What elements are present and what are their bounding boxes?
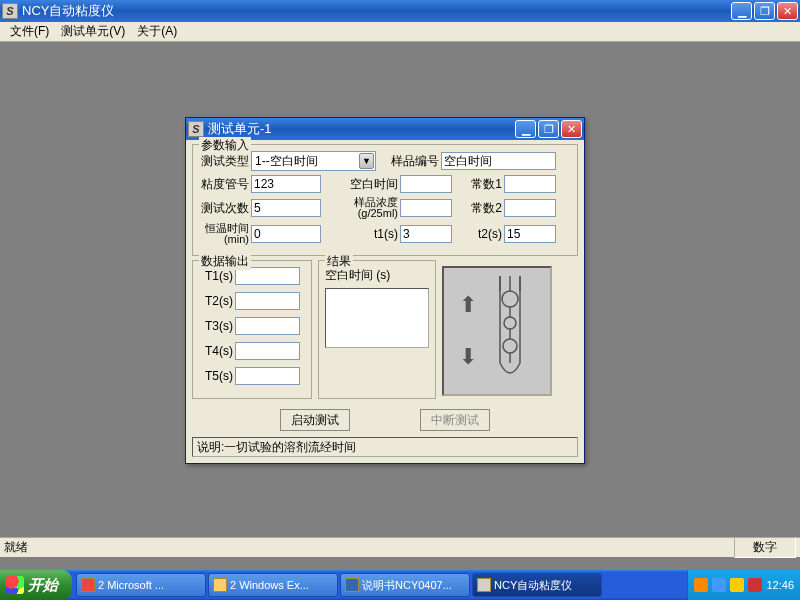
main-title: NCY自动粘度仪 <box>22 2 731 20</box>
taskbar-item-active[interactable]: NCY自动粘度仪 <box>472 573 602 597</box>
result-title: 结果 <box>325 253 353 270</box>
app-icon: S <box>2 3 18 19</box>
t4-output[interactable] <box>235 342 300 360</box>
arrow-up-icon: ⬆ <box>459 294 477 316</box>
maximize-button[interactable]: ❐ <box>754 2 775 20</box>
test-type-select[interactable]: 1--空白时间 ▼ <box>251 151 376 171</box>
mdi-area: S 测试单元-1 ▁ ❐ ✕ 参数输入 测试类型 1--空白时间 ▼ <box>0 42 800 537</box>
svg-point-2 <box>503 339 517 353</box>
taskbar-item[interactable]: 2 Microsoft ... <box>76 573 206 597</box>
dialog-title: 测试单元-1 <box>208 120 515 138</box>
dialog-close-button[interactable]: ✕ <box>561 120 582 138</box>
viscometer-diagram: ⬆ ⬇ <box>442 266 552 396</box>
params-group: 参数输入 测试类型 1--空白时间 ▼ 样品编号 粘度管号 空白时间 <box>192 144 578 256</box>
system-tray[interactable]: 12:46 <box>687 570 800 600</box>
t5-output[interactable] <box>235 367 300 385</box>
arrow-down-icon: ⬇ <box>459 346 477 368</box>
svg-point-0 <box>502 291 518 307</box>
sample-no-input[interactable] <box>441 152 556 170</box>
data-output-group: 数据输出 T1(s) T2(s) T3(s) T4(s) T5(s) <box>192 260 312 399</box>
explain-text: 一切试验的溶剂流经时间 <box>224 439 356 456</box>
menu-bar: 文件(F) 测试单元(V) 关于(A) <box>0 22 800 42</box>
label-sample-no: 样品编号 <box>384 153 439 170</box>
t2s-input[interactable] <box>504 225 556 243</box>
menu-file[interactable]: 文件(F) <box>4 21 55 42</box>
app-icon <box>81 578 95 592</box>
label-t5: T5(s) <box>199 369 233 383</box>
status-ready: 就绪 <box>4 539 28 556</box>
label-t1: T1(s) <box>199 269 233 283</box>
result-box <box>325 288 429 348</box>
t3-output[interactable] <box>235 317 300 335</box>
svg-point-1 <box>504 317 516 329</box>
label-const2: 常数2 <box>460 200 502 217</box>
word-icon <box>345 578 359 592</box>
blank-time-input[interactable] <box>400 175 452 193</box>
const1-input[interactable] <box>504 175 556 193</box>
chevron-down-icon[interactable]: ▼ <box>359 153 374 169</box>
label-temp-time: 恒温时间(min) <box>199 223 249 245</box>
start-label: 开始 <box>28 576 58 595</box>
dialog-maximize-button[interactable]: ❐ <box>538 120 559 138</box>
label-t1s: t1(s) <box>323 227 398 241</box>
tray-icon[interactable] <box>730 578 744 592</box>
test-unit-dialog: S 测试单元-1 ▁ ❐ ✕ 参数输入 测试类型 1--空白时间 ▼ <box>185 117 585 464</box>
windows-logo-icon <box>6 576 24 594</box>
label-t3: T3(s) <box>199 319 233 333</box>
app-status-bar: 就绪 数字 <box>0 537 800 557</box>
data-output-title: 数据输出 <box>199 253 251 270</box>
taskbar-item[interactable]: 2 Windows Ex... <box>208 573 338 597</box>
label-sample-conc: 样品浓度(g/25ml) <box>323 197 398 219</box>
test-type-value: 1--空白时间 <box>255 153 318 170</box>
params-group-title: 参数输入 <box>199 137 251 154</box>
clock[interactable]: 12:46 <box>766 579 794 591</box>
sample-conc-input[interactable] <box>400 199 452 217</box>
taskbar: 开始 2 Microsoft ... 2 Windows Ex... 说明书NC… <box>0 570 800 600</box>
tray-icon[interactable] <box>748 578 762 592</box>
t2-output[interactable] <box>235 292 300 310</box>
test-count-input[interactable] <box>251 199 321 217</box>
dialog-minimize-button[interactable]: ▁ <box>515 120 536 138</box>
label-t2: T2(s) <box>199 294 233 308</box>
label-blank-time: 空白时间 <box>323 176 398 193</box>
label-test-type: 测试类型 <box>199 153 249 170</box>
app-icon <box>477 578 491 592</box>
folder-icon <box>213 578 227 592</box>
tray-icon[interactable] <box>712 578 726 592</box>
label-test-count: 测试次数 <box>199 200 249 217</box>
main-window: S NCY自动粘度仪 ▁ ❐ ✕ 文件(F) 测试单元(V) 关于(A) S 测… <box>0 0 800 557</box>
main-titlebar[interactable]: S NCY自动粘度仪 ▁ ❐ ✕ <box>0 0 800 22</box>
temp-time-input[interactable] <box>251 225 321 243</box>
t1s-input[interactable] <box>400 225 452 243</box>
result-group: 结果 空白时间 (s) <box>318 260 436 399</box>
label-t4: T4(s) <box>199 344 233 358</box>
taskbar-item[interactable]: 说明书NCY0407... <box>340 573 470 597</box>
viscometer-icon <box>485 271 535 391</box>
minimize-button[interactable]: ▁ <box>731 2 752 20</box>
label-tube-no: 粘度管号 <box>199 176 249 193</box>
explain-label: 说明: <box>197 439 224 456</box>
close-button[interactable]: ✕ <box>777 2 798 20</box>
stop-test-button[interactable]: 中断测试 <box>420 409 490 431</box>
tray-icon[interactable] <box>694 578 708 592</box>
label-t2s: t2(s) <box>460 227 502 241</box>
dialog-status: 说明: 一切试验的溶剂流经时间 <box>192 437 578 457</box>
status-num: 数字 <box>734 537 796 558</box>
start-test-button[interactable]: 启动测试 <box>280 409 350 431</box>
label-const1: 常数1 <box>460 176 502 193</box>
tube-no-input[interactable] <box>251 175 321 193</box>
start-button[interactable]: 开始 <box>0 570 72 600</box>
dialog-icon: S <box>188 121 204 137</box>
menu-about[interactable]: 关于(A) <box>131 21 183 42</box>
const2-input[interactable] <box>504 199 556 217</box>
menu-unit[interactable]: 测试单元(V) <box>55 21 131 42</box>
